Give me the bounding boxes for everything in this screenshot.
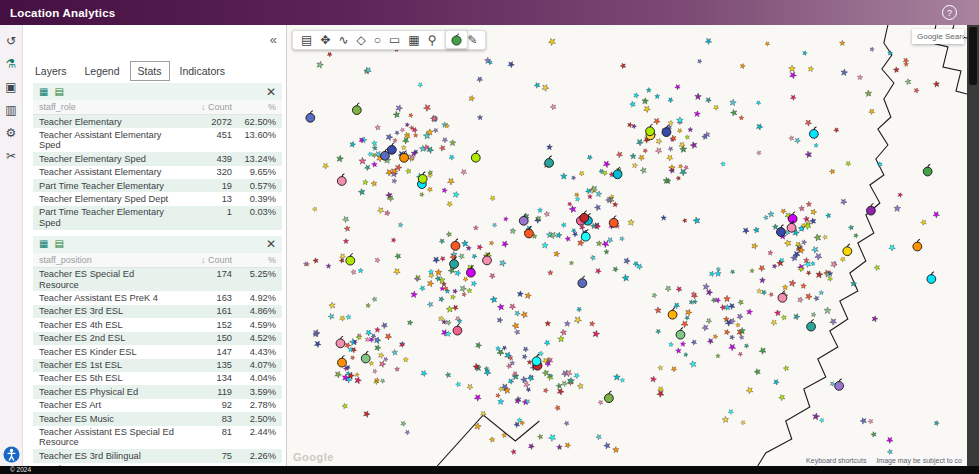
table-column-headers[interactable]: staff_role↓ Count% bbox=[33, 100, 282, 115]
table-row[interactable]: Teacher ES Special Ed Resource1745.25% bbox=[33, 268, 282, 292]
table-row[interactable]: Teacher ES 4th ESL1524.59% bbox=[33, 318, 282, 331]
table-row[interactable]: Teacher Assistant Elementary Sped45113.6… bbox=[33, 128, 282, 152]
app-header: Location Analytics ? bbox=[0, 0, 979, 25]
table-row[interactable]: Teacher Elementary Sped Dept130.39% bbox=[33, 192, 282, 205]
stats-table-staff_position: ▦▤✕staff_position↓ Count%Teacher ES Spec… bbox=[33, 236, 282, 466]
help-icon[interactable]: ? bbox=[942, 5, 957, 20]
close-table-button[interactable]: ✕ bbox=[266, 238, 276, 250]
collapse-panel-button[interactable]: « bbox=[270, 33, 277, 46]
apple-filter-icon bbox=[450, 33, 463, 46]
tab-layers[interactable]: Layers bbox=[27, 61, 75, 81]
table-row[interactable]: Teacher Assistant Elementary3209.65% bbox=[33, 166, 282, 179]
rectangle-tool-icon[interactable]: ▭ bbox=[389, 34, 400, 46]
copy-table-icon[interactable]: ▦ bbox=[39, 239, 48, 249]
polygon-tool-icon[interactable]: ◇ bbox=[356, 34, 365, 46]
close-table-button[interactable]: ✕ bbox=[266, 86, 276, 98]
table-row[interactable]: Teacher ES 1st ESL1354.07% bbox=[33, 359, 282, 372]
app-body: ↺⚗▣▥⚙✂ « LayersLegendStatsIndicators ▦▤✕… bbox=[0, 25, 979, 466]
apple-filter-box[interactable] bbox=[445, 30, 468, 49]
bottom-bar: © 2024 bbox=[0, 466, 979, 474]
strip-bottom bbox=[0, 446, 22, 463]
table-row[interactable]: Teacher ES 3rd Bilingual752.26% bbox=[33, 449, 282, 462]
table-column-headers[interactable]: staff_position↓ Count% bbox=[33, 253, 282, 268]
history-icon[interactable]: ↺ bbox=[6, 35, 16, 47]
stats-tables: ▦▤✕staff_role↓ Count%Teacher Elementary2… bbox=[23, 81, 286, 466]
table-row[interactable]: Teacher Assistant ES Special Ed Resource… bbox=[33, 426, 282, 450]
sample-tool-icon[interactable]: ⚗ bbox=[6, 58, 17, 70]
map-attribution: Keyboard shortcuts Image may be subject … bbox=[801, 455, 967, 466]
table-row[interactable]: Part Time Teacher Elementary Sped10.03% bbox=[33, 206, 282, 230]
table-row[interactable]: Teacher Elementary Sped43913.24% bbox=[33, 152, 282, 165]
tab-stats[interactable]: Stats bbox=[130, 61, 170, 81]
scrollbar-thumb[interactable] bbox=[969, 27, 977, 85]
bar-chart-icon[interactable]: ▥ bbox=[5, 104, 16, 116]
table-controls: ▦▤✕ bbox=[33, 236, 282, 253]
table-row[interactable]: Teacher ES Kinder ESL1474.43% bbox=[33, 345, 282, 358]
settings-gear-icon[interactable]: ⚙ bbox=[6, 127, 17, 139]
map-layer[interactable] bbox=[287, 25, 967, 466]
left-icon-strip: ↺⚗▣▥⚙✂ bbox=[0, 25, 23, 466]
table-row[interactable]: Teacher Elementary207262.50% bbox=[33, 115, 282, 128]
layers-panel: « LayersLegendStatsIndicators ▦▤✕staff_r… bbox=[23, 25, 287, 466]
draw-tool-icon[interactable]: ✎ bbox=[467, 34, 477, 46]
keyboard-shortcuts-link[interactable]: Keyboard shortcuts bbox=[806, 457, 866, 464]
table-row[interactable]: Part Time Teacher Elementary190.57% bbox=[33, 179, 282, 192]
copyright-label: © 2024 bbox=[10, 466, 31, 473]
export-table-icon[interactable]: ▤ bbox=[54, 239, 63, 249]
table-row[interactable]: Teacher ES Art922.78% bbox=[33, 399, 282, 412]
panel-tabs: LayersLegendStatsIndicators bbox=[23, 61, 286, 81]
app-title: Location Analytics bbox=[10, 7, 115, 19]
tab-indicators[interactable]: Indicators bbox=[172, 61, 234, 81]
table-row[interactable]: Teacher Assistant ES PreK 41634.92% bbox=[33, 291, 282, 304]
map-markers[interactable] bbox=[303, 36, 941, 455]
table-row[interactable]: Teacher ES 2nd ESL1504.52% bbox=[33, 332, 282, 345]
app-window: Location Analytics ? ↺⚗▣▥⚙✂ « LayersLege… bbox=[0, 0, 979, 474]
google-watermark: Google bbox=[293, 451, 334, 463]
google-search-box[interactable]: Google Searc bbox=[912, 29, 964, 44]
circle-tool-icon[interactable]: ○ bbox=[374, 34, 381, 46]
polyline-tool-icon[interactable]: ∿ bbox=[338, 34, 348, 46]
export-table-icon[interactable]: ▤ bbox=[54, 87, 63, 97]
table-row[interactable]: Teacher ES 5th ESL1344.04% bbox=[33, 372, 282, 385]
accessibility-icon[interactable] bbox=[3, 446, 20, 463]
table-row[interactable]: Teacher ES PreK 4 ESL752.26% bbox=[33, 463, 282, 466]
table-row[interactable]: Teacher ES Physical Ed1193.59% bbox=[33, 385, 282, 398]
page-scrollbar[interactable] bbox=[967, 25, 979, 466]
stats-table-staff_role: ▦▤✕staff_role↓ Count%Teacher Elementary2… bbox=[33, 83, 282, 230]
table-row[interactable]: Teacher ES 3rd ESL1614.86% bbox=[33, 305, 282, 318]
tab-legend[interactable]: Legend bbox=[77, 61, 128, 81]
map-canvas[interactable]: ▤✥∿◇○▭▦⚲➰✎ Google Searc Google Keyboard … bbox=[287, 25, 967, 466]
image-layers-icon[interactable]: ▣ bbox=[5, 81, 16, 93]
pin-tool-icon[interactable]: ⚲ bbox=[428, 34, 437, 46]
table-row[interactable]: Teacher ES Music832.50% bbox=[33, 412, 282, 425]
map-icon[interactable]: ▤ bbox=[301, 34, 312, 46]
table-controls: ▦▤✕ bbox=[33, 83, 282, 100]
cut-icon[interactable]: ✂ bbox=[6, 150, 16, 162]
pan-icon[interactable]: ✥ bbox=[320, 34, 330, 46]
grid-tool-icon[interactable]: ▦ bbox=[408, 34, 419, 46]
copyright-notice: Image may be subject to co bbox=[876, 457, 962, 464]
copy-table-icon[interactable]: ▦ bbox=[39, 87, 48, 97]
